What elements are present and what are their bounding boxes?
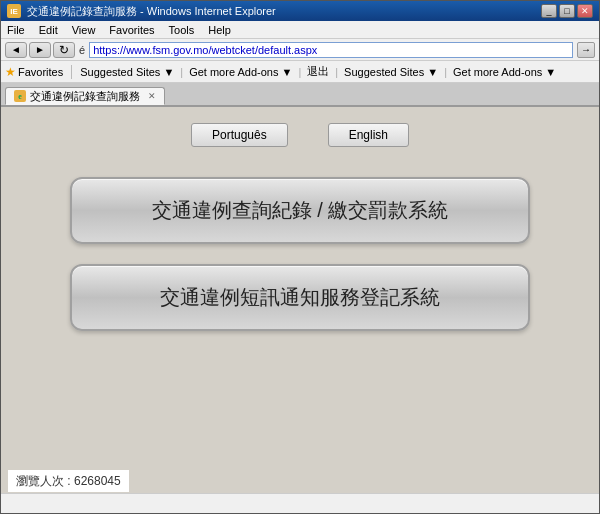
visitor-count-container: 瀏覽人次 : 6268045: [8, 473, 129, 490]
fav-divider: [71, 65, 72, 79]
tab-favicon: e: [14, 90, 26, 102]
language-row: Português English: [11, 123, 589, 147]
address-bar: ◄ ► ↻ é →: [1, 39, 599, 61]
traffic-violation-inquiry-button[interactable]: 交通違例查詢紀錄 / 繳交罰款系統: [70, 177, 530, 244]
favorites-bar: ★ Favorites Suggested Sites ▼ | Get more…: [1, 61, 599, 83]
title-bar: IE 交通違例記錄查詢服務 - Windows Internet Explore…: [1, 1, 599, 21]
ie-icon: IE: [7, 4, 21, 18]
get-more-addons-1-label: Get more Add-ons ▼: [189, 66, 292, 78]
menu-file[interactable]: File: [7, 24, 25, 36]
get-more-addons-1[interactable]: Get more Add-ons ▼: [189, 66, 292, 78]
address-input[interactable]: [89, 42, 573, 58]
browser-window: IE 交通違例記錄查詢服務 - Windows Internet Explore…: [0, 0, 600, 514]
menu-bar: File Edit View Favorites Tools Help: [1, 21, 599, 39]
get-more-addons-2-label: Get more Add-ons ▼: [453, 66, 556, 78]
suggested-sites-1-label: Suggested Sites ▼: [80, 66, 174, 78]
separator-dot-1: |: [180, 66, 183, 78]
forward-button[interactable]: ►: [29, 42, 51, 58]
star-icon: ★: [5, 65, 16, 79]
menu-view[interactable]: View: [72, 24, 96, 36]
go-button[interactable]: →: [577, 42, 595, 58]
restore-button[interactable]: □: [559, 4, 575, 18]
suggested-sites-2[interactable]: Suggested Sites ▼: [344, 66, 438, 78]
favorites-button[interactable]: ★ Favorites: [5, 65, 63, 79]
active-tab[interactable]: e 交通違例記錄查詢服務 ✕: [5, 87, 165, 105]
menu-edit[interactable]: Edit: [39, 24, 58, 36]
exit-label: 退出: [307, 64, 329, 79]
separator-dot-4: |: [444, 66, 447, 78]
favorites-label[interactable]: Favorites: [18, 66, 63, 78]
separator-dot-3: |: [335, 66, 338, 78]
refresh-button[interactable]: ↻: [53, 42, 75, 58]
tab-bar: e 交通違例記錄查詢服務 ✕: [1, 83, 599, 107]
menu-favorites[interactable]: Favorites: [109, 24, 154, 36]
title-bar-text: 交通違例記錄查詢服務 - Windows Internet Explorer: [27, 4, 535, 19]
separator-dot-2: |: [298, 66, 301, 78]
window-controls: _ □ ✕: [541, 4, 593, 18]
close-button[interactable]: ✕: [577, 4, 593, 18]
english-button[interactable]: English: [328, 123, 409, 147]
minimize-button[interactable]: _: [541, 4, 557, 18]
exit-button[interactable]: 退出: [307, 64, 329, 79]
tab-close-icon[interactable]: ✕: [148, 91, 156, 101]
suggested-sites-1[interactable]: Suggested Sites ▼: [80, 66, 174, 78]
traffic-sms-registration-button[interactable]: 交通違例短訊通知服務登記系統: [70, 264, 530, 331]
visitor-count-text: 瀏覽人次 : 6268045: [8, 470, 129, 492]
address-label: é: [79, 44, 85, 56]
nav-buttons: ◄ ► ↻: [5, 42, 75, 58]
status-bar: [1, 493, 599, 513]
main-content: Português English 交通違例查詢紀錄 / 繳交罰款系統 交通違例…: [1, 107, 599, 493]
tab-label: 交通違例記錄查詢服務: [30, 89, 140, 104]
back-button[interactable]: ◄: [5, 42, 27, 58]
menu-help[interactable]: Help: [208, 24, 231, 36]
suggested-sites-2-label: Suggested Sites ▼: [344, 66, 438, 78]
menu-tools[interactable]: Tools: [169, 24, 195, 36]
portugues-button[interactable]: Português: [191, 123, 288, 147]
get-more-addons-2[interactable]: Get more Add-ons ▼: [453, 66, 556, 78]
